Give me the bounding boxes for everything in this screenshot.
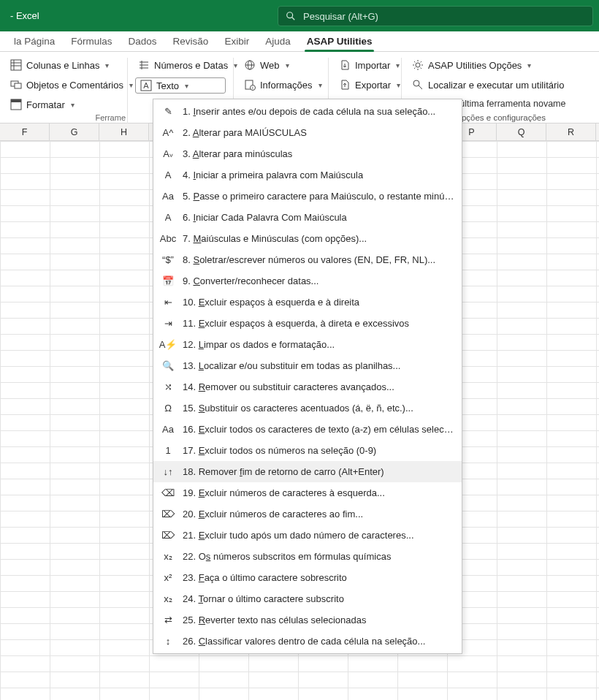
menu-item-label: 24. Tornar o último caractere subscrito	[183, 593, 344, 604]
tab-view[interactable]: Exibir	[216, 32, 257, 51]
menu-item-20[interactable]: ⌦20. Excluir números de caracteres ao fi…	[153, 503, 462, 525]
menu-item-2[interactable]: A^2. Alterar para MAIÚSCULAS	[153, 122, 462, 143]
chevron-down-icon: ▾	[318, 81, 322, 89]
web-button[interactable]: Web ▾	[241, 58, 321, 72]
menu-item-label: 8. Soletrar/escrever números ou valores …	[183, 254, 435, 265]
find-icon: 🔍	[161, 359, 175, 373]
menu-item-9[interactable]: 📅9. Converter/reconhecer datas...	[153, 270, 462, 292]
menu-item-11[interactable]: ⇥11. Excluir espaços à esquerda, à diret…	[153, 313, 462, 334]
tab-asap-utilities[interactable]: ASAP Utilities	[299, 32, 381, 51]
export-button[interactable]: Exportar ▾	[336, 77, 394, 92]
menu-item-label: 22. Os números subscritos em fórmulas qu…	[183, 551, 391, 562]
menu-item-7[interactable]: Abc7. Maiúsculas e Minúsculas (com opçõe…	[153, 228, 462, 249]
menu-item-label: 26. Classificar valores dentro de cada c…	[183, 636, 425, 647]
Aa-icon: Aa	[161, 189, 175, 204]
asap-options-button[interactable]: ASAP Utilities Opções ▾	[409, 58, 592, 72]
col-header[interactable]: Q	[497, 123, 546, 140]
del-left-icon: ⌫	[161, 486, 175, 501]
menu-item-label: 12. Limpar os dados e formatação...	[183, 339, 335, 350]
Abc-icon: Abc	[161, 232, 175, 246]
menu-item-6[interactable]: A6. Iniciar Cada Palavra Com Maiúscula	[153, 207, 462, 228]
search-box[interactable]: Pesquisar (Alt+G)	[278, 6, 593, 26]
col-header[interactable]: F	[0, 123, 50, 140]
svg-line-1	[292, 18, 295, 20]
menu-item-14[interactable]: ⤭14. Remover ou substituir caracteres av…	[153, 376, 462, 397]
menu-item-21[interactable]: ⌦21. Excluir tudo após um dado número de…	[153, 525, 462, 546]
menu-item-3[interactable]: Aᵥ3. Alterar para minúsculas	[153, 143, 462, 164]
menu-item-18[interactable]: ↓↑18. Remover fim de retorno de carro (A…	[153, 461, 462, 482]
menu-item-15[interactable]: Ω15. Substituir os caracteres acentuados…	[153, 397, 462, 419]
uppercase-icon: A^	[161, 126, 175, 140]
import-button[interactable]: Importar ▾	[336, 58, 394, 72]
lowercase-icon: Aᵥ	[161, 147, 175, 161]
col-header[interactable]: G	[50, 123, 99, 140]
objects-comments-button[interactable]: Objetos e Comentários ▾	[7, 77, 120, 92]
objects-icon	[10, 79, 22, 91]
export-label: Exportar	[355, 80, 391, 91]
info-button[interactable]: i Informações ▾	[241, 77, 321, 92]
menu-item-17[interactable]: 117. Excluir todos os números na seleção…	[153, 440, 462, 461]
text-button[interactable]: A Texto ▾	[135, 77, 226, 94]
menu-item-10[interactable]: ⇤10. Excluir espaços à esquerda e à dire…	[153, 292, 462, 313]
svg-text:i: i	[252, 85, 253, 90]
menu-item-label: 6. Iniciar Cada Palavra Com Maiúscula	[183, 212, 347, 223]
menu-item-1[interactable]: ✎1. Inserir antes e/ou depois de cada cé…	[153, 101, 462, 122]
columns-rows-icon	[10, 59, 22, 71]
ribbon-tabs: la Página Fórmulas Dados Revisão Exibir …	[0, 31, 599, 52]
find-icon	[412, 79, 424, 91]
menu-item-label: 23. Faça o último caractere sobrescrito	[183, 572, 347, 583]
menu-item-label: 18. Remover fim de retorno de carro (Alt…	[183, 466, 384, 477]
menu-item-4[interactable]: A4. Iniciar a primeira palavra com Maiús…	[153, 164, 462, 186]
svg-rect-9	[11, 99, 21, 102]
menu-item-23[interactable]: x²23. Faça o último caractere sobrescrit…	[153, 567, 462, 588]
trim2-icon: ⇥	[161, 316, 175, 331]
numbers-dates-button[interactable]: Números e Datas ▾	[135, 58, 226, 72]
menu-item-label: 25. Reverter texto nas células seleciona…	[183, 615, 366, 625]
col-header[interactable]: H	[99, 123, 149, 140]
tab-review[interactable]: Revisão	[165, 32, 217, 51]
tab-page-layout[interactable]: la Página	[6, 32, 63, 51]
menu-item-label: 10. Excluir espaços à esquerda e à direi…	[183, 297, 359, 308]
menu-item-label: 5. Passe o primeiro caractere para Maiús…	[183, 191, 454, 202]
cr-icon: ↓↑	[161, 465, 175, 479]
menu-item-16[interactable]: Aa16. Excluir todos os caracteres de tex…	[153, 419, 462, 440]
menu-item-8[interactable]: “$”8. Soletrar/escrever números ou valor…	[153, 249, 462, 270]
one-icon: 1	[161, 444, 175, 458]
menu-item-22[interactable]: x₂22. Os números subscritos em fórmulas …	[153, 546, 462, 567]
col-header[interactable]: R	[546, 123, 596, 140]
chevron-down-icon: ▾	[286, 61, 289, 69]
menu-item-26[interactable]: ↕26. Classificar valores dentro de cada …	[153, 631, 462, 652]
svg-line-24	[419, 85, 422, 89]
menu-item-24[interactable]: x₂24. Tornar o último caractere subscrit…	[153, 588, 462, 609]
menu-item-5[interactable]: Aa5. Passe o primeiro caractere para Mai…	[153, 186, 462, 207]
del-after-icon: ⌦	[161, 528, 175, 543]
tab-formulas[interactable]: Fórmulas	[63, 32, 120, 51]
sub-icon: x₂	[161, 549, 175, 564]
format-button[interactable]: Formatar ▾	[7, 97, 120, 112]
menu-item-label: 1. Inserir antes e/ou depois de cada cél…	[183, 106, 435, 117]
cap-first-icon: A	[161, 168, 175, 183]
columns-rows-button[interactable]: Colunas e Linhas ▾	[7, 58, 120, 72]
find-run-button[interactable]: Localizar e executar um utilitário	[409, 77, 592, 92]
asap-options-label: ASAP Utilities Opções	[428, 60, 522, 71]
export-icon	[339, 79, 351, 91]
menu-item-13[interactable]: 🔍13. Localizar e/ou substituir em todas …	[153, 355, 462, 376]
ribbon-group-1: Colunas e Linhas ▾ Objetos e Comentários…	[0, 58, 128, 123]
tab-help[interactable]: Ajuda	[257, 32, 299, 51]
date-icon: 📅	[161, 274, 175, 289]
gear-icon	[412, 59, 424, 71]
insert-text-icon: ✎	[161, 104, 175, 119]
cap-first-icon: A	[161, 210, 175, 225]
columns-rows-label: Colunas e Linhas	[26, 60, 99, 71]
import-icon	[339, 59, 351, 71]
replace-icon: ⤭	[161, 380, 175, 395]
del-right-icon: ⌦	[161, 507, 175, 522]
text-dropdown-menu: ✎1. Inserir antes e/ou depois de cada cé…	[153, 99, 462, 654]
menu-item-25[interactable]: ⇄25. Reverter texto nas células selecion…	[153, 609, 462, 631]
menu-item-19[interactable]: ⌫19. Excluir números de caracteres à esq…	[153, 482, 462, 503]
menu-item-12[interactable]: A⚡12. Limpar os dados e formatação...	[153, 334, 462, 355]
menu-item-label: 16. Excluir todos os caracteres de texto…	[183, 424, 454, 435]
svg-rect-7	[15, 83, 21, 88]
tab-data[interactable]: Dados	[121, 32, 165, 51]
menu-item-label: 17. Excluir todos os números na seleção …	[183, 445, 376, 456]
